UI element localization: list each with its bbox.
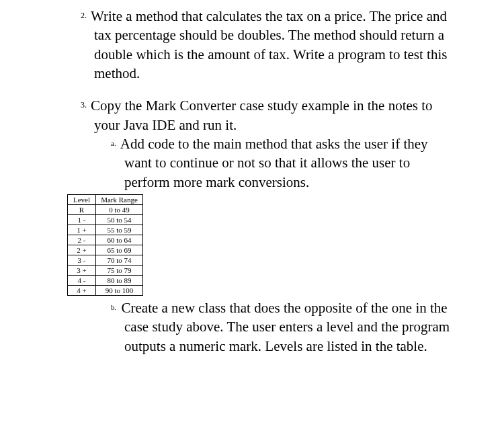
table-cell-level: R <box>68 205 96 215</box>
table-cell-range: 80 to 89 <box>96 276 143 286</box>
table-row: R0 to 49 <box>68 205 143 215</box>
table-cell-level: 1 + <box>68 225 96 235</box>
item-3a-number: a. <box>111 138 116 149</box>
list-item-2: 2. Write a method that calculates the ta… <box>54 7 450 83</box>
table-cell-range: 55 to 59 <box>96 225 143 235</box>
table-cell-range: 50 to 54 <box>96 215 143 225</box>
table-cell-level: 3 - <box>68 255 96 266</box>
table-row: 3 -70 to 74 <box>68 255 143 266</box>
table-row: 2 -60 to 64 <box>68 235 143 245</box>
table-cell-range: 90 to 100 <box>96 286 143 296</box>
table-header-level: Level <box>68 195 96 205</box>
item-2-number: 2. <box>81 11 87 21</box>
list-item-3: 3. Copy the Mark Converter case study ex… <box>54 96 450 356</box>
table-cell-level: 4 + <box>68 286 96 296</box>
table-cell-range: 0 to 49 <box>96 205 143 215</box>
table-cell-range: 70 to 74 <box>96 255 143 266</box>
table-cell-level: 1 - <box>68 215 96 225</box>
item-3-text: Copy the Mark Converter case study examp… <box>91 97 433 132</box>
item-3b-text: Create a new class that does the opposit… <box>122 300 450 354</box>
table-row: 4 -80 to 89 <box>68 276 143 286</box>
table-cell-level: 2 + <box>68 245 96 255</box>
item-3-number: 3. <box>81 100 87 110</box>
table-cell-level: 3 + <box>68 266 96 276</box>
table-row: 1 -50 to 54 <box>68 215 143 225</box>
table-cell-level: 2 - <box>68 235 96 245</box>
table-row: 4 +90 to 100 <box>68 286 143 296</box>
mark-range-table: Level Mark Range R0 to 491 -50 to 541 +5… <box>67 194 143 296</box>
item-2-text: Write a method that calculates the tax o… <box>91 8 447 81</box>
table-header-range: Mark Range <box>96 195 143 205</box>
sub-item-3b: b. Create a new class that does the oppo… <box>54 298 450 356</box>
sub-item-3a: a. Add code to the main method that asks… <box>54 134 450 192</box>
table-cell-range: 60 to 64 <box>96 235 143 245</box>
table-row: 3 +75 to 79 <box>68 266 143 276</box>
table-cell-range: 75 to 79 <box>96 266 143 276</box>
table-row: 1 +55 to 59 <box>68 225 143 235</box>
item-3a-text: Add code to the main method that asks th… <box>120 136 428 190</box>
item-3b-number: b. <box>111 302 116 313</box>
table-cell-range: 65 to 69 <box>96 245 143 255</box>
table-cell-level: 4 - <box>68 276 96 286</box>
table-row: 2 +65 to 69 <box>68 245 143 255</box>
table-header-row: Level Mark Range <box>68 195 143 205</box>
